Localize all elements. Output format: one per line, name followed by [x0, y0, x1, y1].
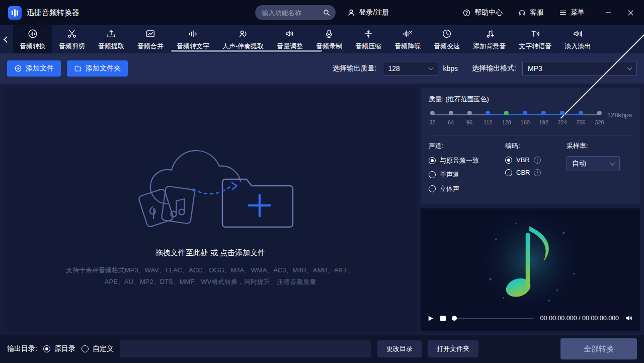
stop-button[interactable] [440, 316, 446, 321]
format-select[interactable]: MP3 [522, 61, 637, 76]
tab-audio-extract[interactable]: 音频提取 [92, 25, 131, 53]
channel-option-mono[interactable]: 单声道 [429, 170, 505, 179]
menu-button[interactable]: 菜单 [559, 8, 585, 17]
encode-option-cbr[interactable]: CBR [505, 169, 567, 176]
export-up-icon [106, 28, 117, 39]
hamburger-menu-icon [559, 9, 567, 17]
dir-option-custom[interactable]: 自定义 [82, 344, 114, 353]
play-button[interactable] [427, 315, 434, 322]
file-drop-zone[interactable]: 拖拽文件至此处 或 点击添加文件 支持十余种音频格式MP3、WAV、FLAC、A… [4, 88, 417, 331]
minimize-button[interactable] [603, 7, 614, 18]
encode-option-vbr[interactable]: VBR [505, 156, 567, 164]
login-register[interactable]: 登录/注册 [347, 8, 389, 17]
tab-audio-compress[interactable]: 音频压缩 [349, 25, 388, 53]
app-window: 迅捷音频转换器 登录/注册 帮助中心 [0, 0, 644, 363]
tab-label: 添加背景音 [473, 42, 506, 51]
tab-audio-denoise[interactable]: 音频降噪 [388, 25, 427, 53]
tick-dot [467, 111, 471, 115]
search-icon[interactable] [323, 9, 331, 17]
volume-icon[interactable] [625, 314, 634, 323]
tick-dot [523, 111, 527, 115]
search-input[interactable] [262, 9, 323, 17]
tick-label: 256 [576, 119, 585, 125]
tab-label: 音频降噪 [394, 42, 421, 51]
tabs-scroll-right[interactable] [631, 25, 643, 53]
format-value: MP3 [528, 64, 542, 72]
quality-tick-current[interactable]: 128 [502, 111, 511, 125]
quality-tick[interactable]: 32 [429, 111, 435, 125]
tab-text-to-speech[interactable]: 文字转语音 [512, 25, 558, 53]
tab-add-bgm[interactable]: 添加背景音 [466, 25, 512, 53]
speaker-icon [284, 28, 295, 39]
output-settings-panel: 质量: (推荐范围蓝色) 32 64 96 112 128 160 192 22… [421, 88, 640, 204]
progress-slider[interactable] [452, 315, 534, 321]
service-label: 客服 [530, 8, 544, 17]
question-circle-icon [462, 9, 471, 17]
quality-select[interactable]: 128 [383, 61, 438, 76]
tab-label: 人声-伴奏提取 [222, 42, 264, 51]
encode-label: 编码: [505, 141, 567, 151]
add-file-label: 添加文件 [26, 64, 54, 73]
radio-selected-icon [43, 345, 50, 352]
quality-panel-title: 质量: (推荐范围蓝色) [429, 95, 632, 104]
customer-service[interactable]: 客服 [518, 8, 544, 17]
custom-dir-input[interactable] [120, 340, 371, 357]
channel-option-label: 与原音频一致 [440, 156, 479, 165]
progress-handle[interactable] [452, 316, 457, 321]
quality-slider[interactable]: 32 64 96 112 128 160 192 224 256 320 [430, 111, 600, 132]
player-controls: 00:00:00.000 / 00:00:00.000 [421, 310, 640, 331]
tab-audio-merge[interactable]: 音频合并 [131, 25, 170, 53]
quality-tick[interactable]: 256 [576, 111, 585, 125]
add-file-button[interactable]: 添加文件 [7, 60, 61, 77]
convert-all-button[interactable]: 全部转换 [560, 338, 637, 359]
tab-audio-record[interactable]: 音频录制 [309, 25, 349, 53]
quality-unit: kbps [443, 64, 458, 72]
drop-sub-text: 支持十余种音频格式MP3、WAV、FLAC、ACC、OGG、M4A、WMA、AC… [64, 265, 356, 288]
help-center[interactable]: 帮助中心 [462, 8, 503, 17]
tick-dot [449, 111, 453, 115]
tab-audio-cut[interactable]: 音频剪切 [52, 25, 92, 53]
time-display: 00:00:00.000 / 00:00:00.000 [540, 315, 619, 322]
quality-tick[interactable]: 224 [557, 111, 567, 125]
channel-option-original[interactable]: 与原音频一致 [429, 156, 505, 165]
tick-dot [486, 111, 490, 115]
channel-option-stereo[interactable]: 立体声 [429, 184, 505, 193]
quality-tick[interactable]: 112 [484, 111, 493, 125]
change-dir-button[interactable]: 更改目录 [377, 340, 422, 357]
scissors-icon [66, 28, 77, 39]
person-wave-icon [237, 28, 249, 39]
tab-fade-in-out[interactable]: 淡入淡出 [558, 25, 597, 53]
quality-label: 选择输出质量: [333, 64, 377, 73]
open-folder-button[interactable]: 打开文件夹 [428, 340, 478, 357]
info-icon[interactable] [534, 169, 541, 176]
samplerate-select[interactable]: 自动 [567, 156, 620, 171]
close-button[interactable] [625, 7, 636, 18]
tab-audio-convert[interactable]: 音频转换 [13, 25, 52, 53]
tab-vocal-accompaniment-extract[interactable]: 人声-伴奏提取 [216, 25, 270, 53]
tabs-scroll-left[interactable] [0, 25, 13, 53]
tabs-scrollbar[interactable] [171, 50, 322, 52]
tick-label: 32 [429, 119, 435, 125]
waveform-icon [188, 28, 199, 39]
login-label: 登录/注册 [359, 8, 389, 17]
tick-label: 224 [557, 119, 567, 125]
tab-audio-speed[interactable]: 音频变速 [427, 25, 466, 53]
tick-dot [560, 111, 565, 115]
add-folder-button[interactable]: 添加文件夹 [67, 60, 128, 77]
quality-tick[interactable]: 320 [595, 111, 604, 125]
quality-tick[interactable]: 160 [521, 111, 530, 125]
quality-tick[interactable]: 64 [448, 111, 454, 125]
fade-icon [572, 28, 583, 39]
menu-label: 菜单 [571, 8, 585, 17]
function-search[interactable] [255, 5, 336, 20]
tab-volume-adjust[interactable]: 音量调整 [270, 25, 309, 53]
quality-tick[interactable]: 96 [466, 111, 472, 125]
dir-option-original[interactable]: 原目录 [43, 344, 75, 353]
tick-label: 112 [484, 119, 493, 125]
quality-tick[interactable]: 192 [539, 111, 548, 125]
tab-audio-to-text[interactable]: 音频转文字 [170, 25, 216, 53]
microphone-icon [324, 28, 335, 39]
drop-main-text: 拖拽文件至此处 或 点击添加文件 [155, 248, 265, 258]
tab-label: 音量调整 [277, 42, 303, 51]
info-icon[interactable] [534, 157, 541, 164]
